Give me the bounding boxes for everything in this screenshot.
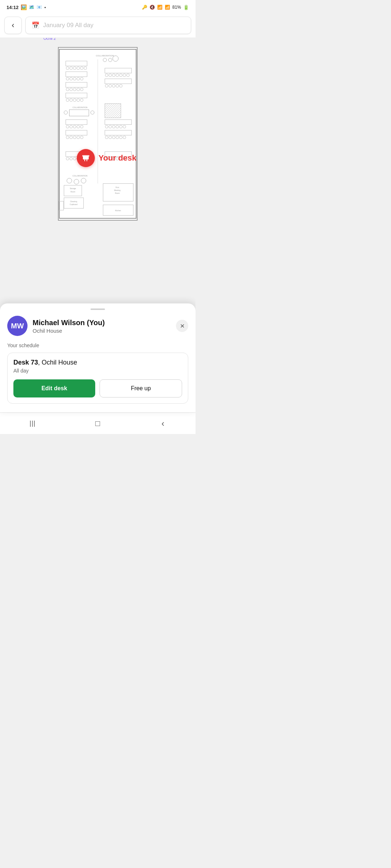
- booking-desk-info: Desk 73, Ochil House: [13, 359, 182, 366]
- status-bar: 14:12 🖼️ 🗺️ 📧 ● 🔑 🔇 📶 📶 81% 🔋: [0, 0, 196, 13]
- battery-icon: 🔋: [183, 5, 189, 10]
- edit-desk-button[interactable]: Edit desk: [13, 379, 95, 397]
- close-icon: ✕: [180, 323, 185, 329]
- menu-icon: |||: [29, 420, 35, 427]
- close-button[interactable]: ✕: [176, 320, 188, 332]
- status-right: 🔑 🔇 📶 📶 81% 🔋: [142, 5, 189, 10]
- svg-text:Cupboard: Cupboard: [70, 204, 77, 205]
- floor-plan: COLLABORATION: [58, 47, 138, 221]
- svg-text:COLLABORATION: COLLABORATION: [72, 175, 88, 177]
- user-location: Ochil House: [33, 328, 171, 334]
- key-icon: 🔑: [142, 5, 147, 10]
- svg-text:COLLABORATION: COLLABORATION: [72, 107, 88, 109]
- nav-home-button[interactable]: □: [87, 416, 109, 431]
- bottom-sheet: MW Michael Wilson (You) Ochil House ✕ Yo…: [0, 303, 196, 412]
- back-nav-icon: ‹: [161, 418, 164, 429]
- svg-rect-48: [105, 104, 121, 118]
- svg-text:Cleaning: Cleaning: [70, 201, 77, 203]
- mute-icon: 🔇: [150, 5, 155, 10]
- desk-icon: [77, 149, 95, 167]
- user-info: Michael Wilson (You) Ochil House: [33, 318, 171, 334]
- nav-back-button[interactable]: ‹: [152, 416, 174, 431]
- svg-text:COLLABORATION: COLLABORATION: [96, 55, 114, 57]
- booking-time: All day: [13, 368, 182, 374]
- avatar-initials: MW: [11, 322, 24, 330]
- free-up-button[interactable]: Free up: [100, 379, 182, 397]
- edit-desk-label: Edit desk: [41, 385, 67, 391]
- booking-actions: Edit desk Free up: [13, 379, 182, 397]
- svg-text:Storage: Storage: [70, 188, 76, 190]
- svg-text:Room: Room: [71, 191, 75, 193]
- user-name: Michael Wilson (You): [33, 318, 171, 327]
- signal-icon: 📶: [165, 5, 170, 10]
- back-button[interactable]: ‹: [4, 17, 22, 34]
- date-selector[interactable]: 📅 January 09 All day: [25, 17, 191, 34]
- time-display: 14:12: [7, 5, 18, 10]
- your-desk-label: Your desk: [98, 153, 136, 163]
- nav-menu-button[interactable]: |||: [22, 416, 43, 431]
- svg-rect-106: [84, 159, 85, 161]
- status-time: 14:12 🖼️ 🗺️ 📧 ●: [7, 4, 46, 10]
- user-avatar: MW: [7, 316, 28, 336]
- svg-text:First: First: [115, 187, 119, 188]
- wifi-icon: 📶: [157, 5, 163, 10]
- svg-text:Meeting: Meeting: [114, 190, 121, 191]
- map-area: Ochil 2 COLLABORATION: [0, 38, 196, 226]
- svg-rect-107: [87, 159, 87, 161]
- booking-card: Desk 73, Ochil House All day Edit desk F…: [7, 353, 188, 404]
- schedule-label: Your schedule: [7, 342, 188, 348]
- date-text: January 09 All day: [43, 22, 93, 29]
- navigation-bar: ||| □ ‹: [0, 412, 196, 434]
- svg-text:Room: Room: [115, 192, 119, 194]
- svg-rect-108: [82, 155, 89, 157]
- sheet-handle: [91, 309, 105, 310]
- desk-marker: Your desk: [77, 149, 136, 167]
- desk-name: Desk 73: [13, 359, 38, 366]
- svg-text:Kitchen: Kitchen: [115, 210, 121, 212]
- building-name: , Ochil House: [38, 359, 77, 366]
- back-icon: ‹: [12, 21, 14, 30]
- battery-percent: 81%: [172, 5, 181, 10]
- home-icon: □: [95, 419, 100, 428]
- header-bar: ‹ 📅 January 09 All day: [0, 13, 196, 38]
- floor-label: Ochil 2: [43, 38, 56, 41]
- calendar-icon: 📅: [31, 21, 39, 29]
- free-up-label: Free up: [131, 385, 151, 391]
- user-header: MW Michael Wilson (You) Ochil House ✕: [7, 316, 188, 336]
